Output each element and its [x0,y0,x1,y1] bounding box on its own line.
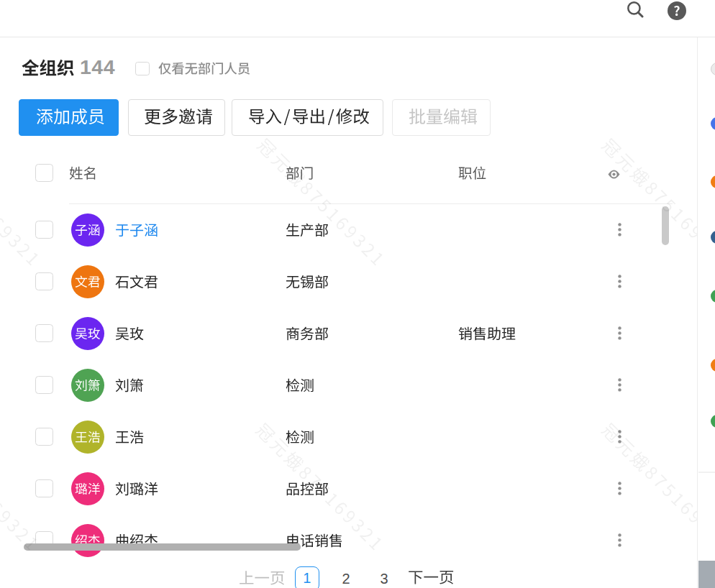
help-icon[interactable] [668,1,686,20]
table-row[interactable]: 绍杰 曲绍杰 电话销售 [0,515,697,566]
text-glyphs [22,59,75,77]
member-name[interactable]: 石文君 [115,275,158,289]
member-name[interactable]: 王浩 [115,430,144,444]
row-actions-kebab-icon[interactable] [618,378,621,392]
members-panel: 全组织 144 仅看无部门人员 添加成员 更多邀请 导入 / 导出 / 修改 批… [0,37,697,588]
batch-edit-button[interactable]: 批量编辑 [392,99,491,136]
page-scrollbar-thumb[interactable] [698,561,715,588]
member-department: 检测 [286,378,314,392]
member-department: 商务部 [286,326,329,341]
member-name[interactable]: 于子涵 [115,223,158,237]
text-glyphs [115,482,158,496]
member-department: 生产部 [286,223,329,237]
member-department: 检测 [286,430,314,444]
member-position: 销售助理 [458,326,516,341]
select-all-checkbox[interactable] [35,164,54,183]
text-glyphs [409,108,478,125]
table-row[interactable]: 子涵 于子涵 生产部 [0,204,697,256]
row-checkbox[interactable] [35,376,54,395]
text-glyphs [115,378,144,392]
table-row[interactable]: 刘箫 刘箫 检测 [0,359,697,411]
row-actions-kebab-icon[interactable] [618,326,621,340]
pagination-page-3[interactable]: 3 [375,569,393,588]
member-name[interactable]: 刘璐洋 [115,482,158,496]
filter-checkbox-label[interactable]: 仅看无部门人员 [158,62,250,75]
member-name[interactable]: 刘箫 [115,378,144,392]
member-department: 品控部 [286,482,329,496]
text-glyphs [75,431,101,444]
avatar: 璐洋 [71,472,104,505]
row-checkbox[interactable] [35,428,54,446]
row-checkbox[interactable] [35,324,54,343]
avatar: 刘箫 [71,369,104,402]
text-glyphs [286,482,329,496]
table-row[interactable]: 吴玫 吴玫 商务部 销售助理 [0,308,697,359]
text-glyphs [239,570,286,586]
text-glyphs [75,327,101,340]
row-actions-kebab-icon[interactable] [618,275,621,288]
filter-checkbox[interactable] [135,62,150,76]
text-glyphs [75,224,101,236]
text-glyphs [286,166,314,180]
pagination-page-2[interactable]: 2 [337,569,355,588]
text-glyphs [75,275,101,288]
contacts-admin-page: 全组织 144 仅看无部门人员 添加成员 更多邀请 导入 / 导出 / 修改 批… [0,0,715,588]
text-glyphs [75,379,101,392]
more-invite-button[interactable]: 更多邀请 [128,99,225,136]
avatar-sliver [711,290,715,303]
adjacent-panel-sliver [697,37,715,588]
row-actions-kebab-icon[interactable] [618,482,621,495]
import-export-modify-button[interactable]: 导入 / 导出 / 修改 [232,99,383,136]
avatar-sliver [711,415,715,428]
text-glyphs [286,326,329,341]
avatar: 吴玫 [71,317,104,350]
member-table: 子涵 于子涵 生产部 文君 石文君 无锡部 吴玫 吴玫 商务部 销售助理 刘箫 … [0,204,697,582]
text-glyphs [36,108,105,125]
column-header-name: 姓名 [69,166,97,180]
pagination-prev[interactable]: 上一页 [239,570,286,586]
text-glyphs [286,223,329,237]
avatar: 文君 [71,265,104,298]
topbar [0,0,715,37]
text-glyphs [75,482,101,495]
avatar: 子涵 [71,213,104,247]
text-glyphs [158,62,250,75]
vertical-scrollbar-thumb[interactable] [662,206,669,245]
member-name[interactable]: 吴玫 [115,326,144,341]
table-row[interactable]: 文君 石文君 无锡部 [0,256,697,308]
text-glyphs [248,108,370,125]
text-glyphs [286,275,329,289]
add-member-button[interactable]: 添加成员 [19,99,119,136]
row-checkbox[interactable] [35,221,54,239]
horizontal-scrollbar-thumb[interactable] [24,543,301,551]
table-row[interactable]: 璐洋 刘璐洋 品控部 [0,463,697,515]
member-count: 144 [80,57,115,78]
page-title: 全组织 [22,59,75,77]
text-glyphs [115,223,158,237]
member-department: 无锡部 [286,275,329,289]
table-row[interactable]: 王浩 王浩 检测 [0,411,697,463]
text-glyphs [115,326,144,341]
text-glyphs [286,378,314,392]
row-actions-kebab-icon[interactable] [618,430,621,444]
text-glyphs [408,569,455,585]
row-checkbox[interactable] [35,272,54,291]
text-glyphs [69,166,97,180]
text-glyphs [286,430,314,444]
avatar-sliver [711,231,715,244]
pagination-page-1[interactable]: 1 [295,566,319,588]
pagination-next[interactable]: 下一页 [408,569,455,585]
search-icon[interactable] [624,0,644,19]
row-checkbox[interactable] [35,479,54,498]
avatar: 绍杰 [71,524,104,557]
text-glyphs [115,275,158,289]
row-actions-kebab-icon[interactable] [618,533,621,547]
column-header-position: 职位 [458,166,486,180]
column-visibility-icon[interactable] [608,169,620,180]
strip-divider [698,472,715,473]
column-header-department: 部门 [286,166,314,180]
text-glyphs [144,108,213,125]
text-glyphs [115,430,144,444]
row-actions-kebab-icon[interactable] [618,223,621,236]
avatar: 王浩 [71,421,104,454]
